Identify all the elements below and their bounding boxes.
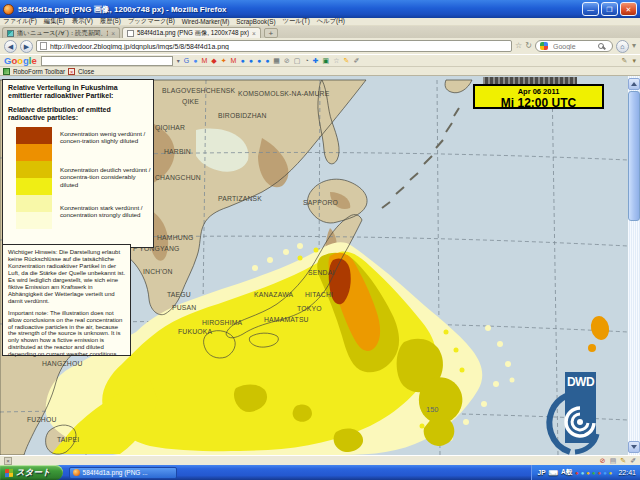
roboform-close-icon[interactable]: × [68, 68, 75, 75]
new-tab-button[interactable]: + [264, 28, 278, 38]
wrench-icon[interactable]: ✎ [622, 56, 628, 66]
keyboard-icon[interactable]: ⌨ [549, 469, 558, 477]
findbar-close-icon[interactable]: × [4, 457, 12, 465]
orb-icon[interactable]: ● [193, 56, 197, 66]
url-bar[interactable]: http://livedoor.2blogimg.jp/dqnplus/imgs… [36, 40, 512, 52]
menu-item[interactable]: ファイル(F) [3, 17, 37, 26]
city-label-blagoveshchensk: BLAGOVESHCHENSK [162, 87, 236, 94]
menu-item[interactable]: 編集(E) [44, 17, 65, 26]
share-icon[interactable]: ✦ [221, 56, 227, 66]
highlighter-icon[interactable]: ✎ [620, 456, 626, 466]
bookmark-icon[interactable]: ◆ [211, 56, 216, 66]
tab-news[interactable]: 痛いニュース(ﾉ∀`)：読売新聞、放射性... × [2, 27, 120, 38]
minimize-button[interactable]: — [582, 2, 599, 16]
google-toolbar: Google ▾ G●M◆✦M●●●●▦⊘▢◔✚▣☆✎✐ ✎▾ [0, 54, 640, 67]
roboform-close-label[interactable]: Close [78, 68, 94, 75]
mail-icon[interactable]: M [231, 56, 237, 66]
pencil-icon[interactable]: ✐ [630, 456, 636, 466]
orb-icon[interactable]: ● [265, 56, 269, 66]
legend-item: Konzentration wenig verdünnt / concen-tr… [60, 130, 152, 145]
legend-swatches [16, 127, 52, 229]
legend-item: Konzentration deutlich verdünnt / concen… [60, 166, 152, 188]
tab-close-icon[interactable]: × [252, 30, 256, 37]
menu-item[interactable]: ブックマーク(B) [128, 17, 175, 26]
taskbar-clock: 22:41 [618, 469, 636, 476]
page-icon[interactable]: ▢ [294, 56, 301, 66]
orb-icon[interactable]: ● [249, 56, 253, 66]
status-bar: × ⊘▤✎✐ [0, 455, 640, 465]
scrollbar-thumb[interactable] [628, 91, 640, 221]
start-button[interactable]: スタート [0, 465, 63, 480]
menu-item[interactable]: ヘルプ(H) [317, 17, 345, 26]
city-label-hiroshima: HIROSHIMA [202, 319, 243, 326]
vertical-scrollbar[interactable] [628, 76, 640, 455]
close-button[interactable]: ✕ [620, 2, 637, 16]
search-magnifier-icon[interactable] [598, 43, 604, 49]
tray-dot-icon[interactable]: ● [609, 469, 613, 477]
tab-news-label: 痛いニュース(ﾉ∀`)：読売新聞、放射性... [17, 29, 108, 38]
city-label-hamamatsu: HAMAMATSU [264, 316, 309, 323]
search-input[interactable] [551, 42, 595, 51]
google-search-input[interactable] [41, 56, 173, 66]
city-label-hamhung: HAMHUNG [157, 234, 194, 241]
restore-button[interactable]: ❐ [601, 2, 618, 16]
menu-item[interactable]: ツール(T) [283, 17, 310, 26]
tray-dot-icon[interactable]: ● [586, 469, 590, 477]
home-button[interactable]: ⌂ [616, 40, 629, 53]
windows-flag-icon [5, 468, 13, 477]
add-icon[interactable]: ✚ [313, 56, 319, 66]
search-box[interactable] [535, 40, 613, 52]
tray-dot-icon[interactable]: ● [598, 469, 602, 477]
legend-box: Relative Verteilung in Fukushima emittie… [2, 79, 154, 248]
taskbar-item-firefox[interactable]: 584f4d1a.png (PNG ... [69, 467, 177, 479]
city-label-sendai: SENDAI [308, 269, 335, 276]
block-icon[interactable]: ⊘ [600, 456, 606, 466]
forecast-basis-bar [483, 77, 577, 84]
window-title: 584f4d1a.png (PNG 画像, 1200x748 px) - Moz… [18, 4, 582, 15]
language-indicator[interactable]: JP [538, 469, 546, 476]
news-favicon [7, 30, 14, 37]
tray-dot-icon[interactable]: ● [581, 469, 585, 477]
panel-caret-icon[interactable]: ▾ [632, 40, 636, 52]
city-label-fuzhou: FUZHOU [27, 416, 57, 423]
city-label-changchun: CHANGCHUN [155, 174, 201, 181]
tray-icons: ●●●●●●● [575, 469, 612, 477]
legend-swatch [16, 161, 52, 178]
tray-dot-icon[interactable]: ● [603, 469, 607, 477]
tab-image[interactable]: 584f4d1a.png (PNG 画像, 1200x748 px) × [122, 27, 261, 38]
menu-item[interactable]: 履歴(S) [100, 17, 121, 26]
legend-title-en: Relative distribution of emitted radioac… [8, 106, 148, 123]
legend-title-de: Relative Verteilung in Fukushima emittie… [8, 84, 148, 101]
forward-button[interactable]: ▶ [20, 40, 33, 53]
search-dropdown-icon[interactable]: ▾ [177, 57, 180, 64]
star-icon[interactable]: ☆ [333, 56, 339, 66]
pagerank-icon[interactable]: G [184, 56, 189, 66]
city-label-taegu: TAEGU [167, 291, 191, 298]
pencil-icon[interactable]: ✐ [353, 56, 359, 66]
gmail-icon[interactable]: M [201, 56, 207, 66]
reload-icon[interactable]: ↻ [525, 40, 532, 52]
history-icon[interactable]: ◔ [304, 56, 308, 66]
scroll-down-button[interactable] [628, 441, 640, 453]
city-label-harbin: HARBIN [164, 148, 191, 155]
menu-item[interactable]: ScrapBook(S) [236, 18, 275, 25]
highlighter-icon[interactable]: ✎ [344, 56, 350, 66]
translate-icon[interactable]: ▣ [323, 56, 330, 66]
taskbar-item-label: 584f4d1a.png (PNG ... [83, 469, 148, 476]
scrapbook-icon[interactable]: ▤ [610, 456, 617, 466]
menu-item[interactable]: 表示(V) [72, 17, 93, 26]
scroll-up-button[interactable] [628, 78, 640, 90]
orb-icon[interactable]: ● [240, 56, 244, 66]
bookmark-star-icon[interactable]: ☆ [515, 40, 522, 52]
photos-icon[interactable]: ▦ [273, 56, 280, 66]
tab-close-icon[interactable]: × [111, 30, 115, 37]
note-de: Wichtiger Hinweis: Die Darstellung erlau… [8, 249, 127, 305]
back-button[interactable]: ◀ [4, 40, 17, 53]
block-icon[interactable]: ⊘ [284, 56, 290, 66]
tray-dot-icon[interactable]: ● [575, 469, 579, 477]
ime-mode-indicator[interactable]: A般 [561, 468, 572, 477]
settings-icon[interactable]: ▾ [632, 56, 636, 66]
menu-item[interactable]: Wired-Marker(M) [182, 18, 230, 25]
tray-dot-icon[interactable]: ● [592, 469, 596, 477]
orb-icon[interactable]: ● [257, 56, 261, 66]
